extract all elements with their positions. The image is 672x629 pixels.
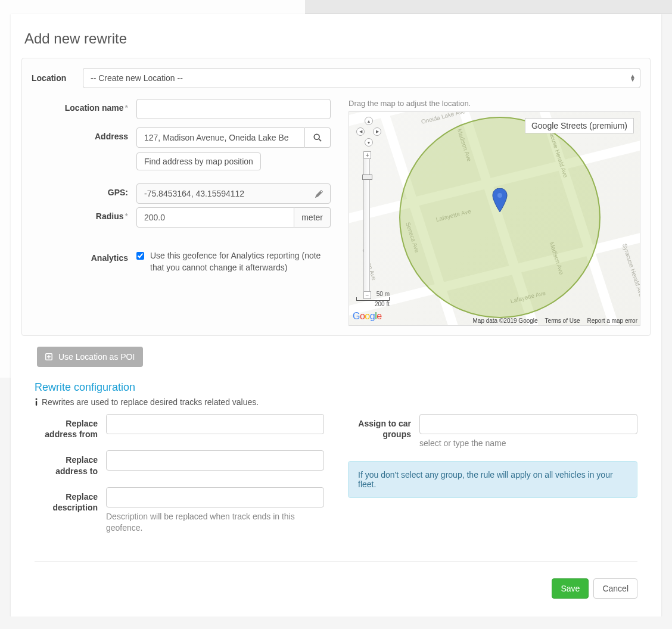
location-select-row: Location -- Create new Location -- ▲▼ — [32, 68, 640, 88]
address-label: Address — [95, 132, 128, 141]
info-icon — [35, 398, 38, 406]
rewrite-info-text: Rewrites are used to replace desired tra… — [42, 397, 259, 407]
svg-line-1 — [319, 139, 322, 142]
replace-from-label: Replace address from — [35, 414, 106, 440]
add-rewrite-panel: Add new rewrite Location -- Create new L… — [11, 14, 661, 616]
edit-icon — [315, 190, 323, 198]
gps-value-text: -75.8453164, 43.15594112 — [144, 189, 244, 198]
required-asterisk: * — [125, 211, 128, 221]
drag-map-hint: Drag the map to adjust the location. — [349, 99, 640, 108]
radius-unit-label: meter — [294, 207, 331, 228]
page-title: Add new rewrite — [11, 14, 661, 58]
pan-down-button[interactable]: ▼ — [365, 138, 373, 147]
address-input[interactable] — [136, 127, 305, 148]
pan-up-button[interactable]: ▲ — [365, 117, 373, 125]
replace-desc-help: Description will be replaced when track … — [106, 511, 324, 534]
map-marker-icon[interactable] — [492, 188, 508, 214]
group-info-alert: If you don't select any group, the rule … — [348, 461, 637, 498]
footer-actions: Save Cancel — [11, 562, 661, 605]
map-attrib-error[interactable]: Report a map error — [587, 317, 637, 324]
required-asterisk: * — [125, 103, 128, 113]
zoom-slider-track[interactable]: + − — [363, 151, 370, 299]
replace-desc-input[interactable] — [106, 487, 324, 507]
google-logo: Google — [353, 311, 382, 322]
rewrite-config-title: Rewrite configuration — [35, 381, 637, 394]
replace-to-label: Replace address to — [35, 450, 106, 476]
map-attrib-data: Map data ©2019 Google — [472, 317, 537, 324]
assign-groups-label: Assign to car groups — [348, 414, 419, 449]
location-select[interactable]: -- Create new Location -- — [83, 68, 640, 88]
svg-point-2 — [497, 193, 502, 198]
gps-label: GPS: — [108, 188, 128, 197]
svg-point-6 — [36, 398, 38, 400]
map-attribution: Map data ©2019 Google Terms of Use Repor… — [472, 317, 637, 324]
gps-value-display[interactable]: -75.8453164, 43.15594112 — [136, 183, 331, 204]
zoom-in-button[interactable]: + — [363, 151, 371, 159]
plus-square-icon — [45, 353, 52, 360]
use-location-as-poi-button[interactable]: Use Location as POI — [37, 347, 143, 367]
svg-rect-7 — [36, 401, 37, 406]
replace-desc-label: Replace description — [35, 487, 106, 534]
svg-point-0 — [314, 134, 319, 139]
analytics-text: Use this geofence for Analytics reportin… — [150, 250, 331, 273]
map-layer-badge[interactable]: Google Streets (premium) — [525, 118, 634, 133]
radius-label: Radius — [96, 211, 124, 221]
address-search-button[interactable] — [305, 127, 331, 148]
analytics-checkbox[interactable] — [136, 252, 144, 260]
search-icon — [313, 133, 322, 142]
location-label: Location — [32, 73, 74, 83]
map-attrib-terms[interactable]: Terms of Use — [545, 317, 580, 324]
assign-groups-help: select or type the name — [419, 438, 637, 449]
map-pan-controls: ▲ ▼ ◀ ▶ — [356, 117, 382, 143]
location-name-input[interactable] — [136, 99, 331, 119]
geofence-circle — [399, 117, 601, 318]
find-address-button[interactable]: Find address by map position — [136, 152, 261, 170]
cancel-button[interactable]: Cancel — [593, 578, 637, 599]
assign-groups-input[interactable] — [419, 414, 637, 434]
replace-from-input[interactable] — [106, 414, 324, 434]
map-scale: 50 m 200 ft — [356, 291, 390, 307]
pan-left-button[interactable]: ◀ — [356, 127, 365, 136]
rewrite-config-section: Rewrite configuration Rewrites are used … — [11, 367, 661, 544]
zoom-handle[interactable] — [362, 175, 372, 180]
poi-button-label: Use Location as POI — [58, 352, 135, 362]
radius-input[interactable] — [136, 207, 294, 228]
location-name-label: Location name — [65, 103, 124, 113]
replace-to-input[interactable] — [106, 450, 324, 471]
map-canvas[interactable]: Oneida Lake Ave Madison Ave Syracuse Her… — [349, 111, 640, 326]
analytics-label: Analytics — [91, 253, 128, 263]
location-section: Location -- Create new Location -- ▲▼ Lo… — [21, 58, 651, 336]
save-button[interactable]: Save — [552, 578, 589, 599]
pan-right-button[interactable]: ▶ — [373, 127, 381, 136]
